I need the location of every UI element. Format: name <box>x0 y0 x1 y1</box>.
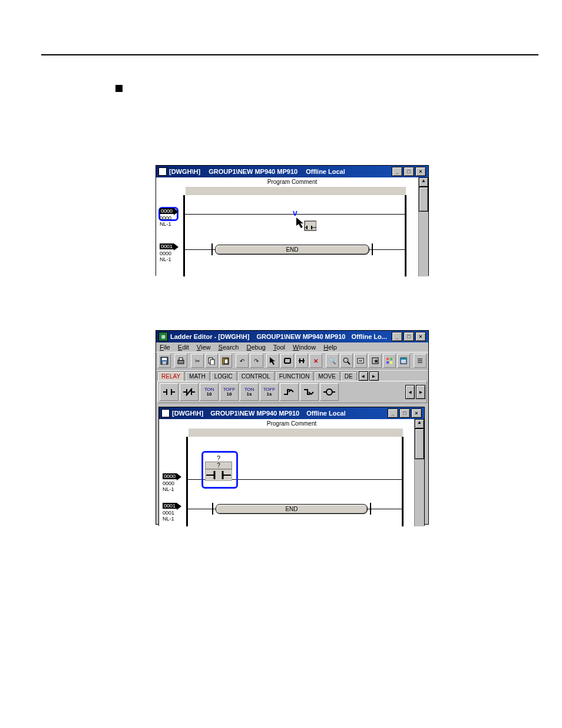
instruction-palette: RELAY MATH LOGIC CONTROL FUNCTION MOVE D… <box>156 370 428 404</box>
svg-rect-9 <box>178 360 184 364</box>
delete-button[interactable]: ✕ <box>309 354 322 368</box>
save-button[interactable] <box>158 354 171 368</box>
undo-button[interactable]: ↶ <box>236 354 249 368</box>
no-contact-button[interactable] <box>160 383 178 401</box>
maximize-button[interactable]: □ <box>404 167 414 176</box>
vertical-scrollbar[interactable]: ▲ <box>418 177 428 276</box>
close-button[interactable]: × <box>415 332 426 341</box>
scroll-up-button[interactable]: ▲ <box>415 419 424 429</box>
title-bar[interactable]: [DWGH\H] GROUP1\NEW MP940 MP910 Offline … <box>156 166 428 177</box>
tab-control[interactable]: CONTROL <box>237 371 275 381</box>
redo-button[interactable]: ↷ <box>250 354 263 368</box>
bookmark-button[interactable]: ★ <box>368 354 381 368</box>
end-instruction[interactable]: END <box>215 245 369 255</box>
scroll-thumb[interactable] <box>415 429 424 459</box>
menu-bar: File Edit View Search Debug Tool Window … <box>156 342 428 352</box>
vertical-scrollbar[interactable]: ▲ <box>414 419 424 526</box>
ton10-button[interactable]: TON10 <box>200 383 219 401</box>
close-button[interactable]: × <box>415 167 426 176</box>
menu-search[interactable]: Search <box>219 344 239 351</box>
menu-tool[interactable]: Tool <box>273 344 285 351</box>
svg-point-41 <box>326 389 332 395</box>
minimize-button[interactable]: _ <box>392 332 402 341</box>
menu-edit[interactable]: Edit <box>178 344 189 351</box>
comment-button[interactable] <box>354 354 367 368</box>
end-instruction[interactable]: END <box>216 504 368 514</box>
pointer-button[interactable] <box>266 354 279 368</box>
child-title-bar[interactable]: [DWGH\H] GROUP1\NEW MP940 MP910 Offline … <box>159 407 424 419</box>
menu-help[interactable]: Help <box>323 344 337 351</box>
window-button[interactable] <box>397 354 410 368</box>
svg-rect-28 <box>401 358 406 360</box>
title-path: GROUP1\NEW MP940 MP910 <box>209 168 297 175</box>
new-contact-instruction[interactable]: ? ? <box>205 454 232 481</box>
svg-rect-24 <box>390 358 392 360</box>
tab-logic[interactable]: LOGIC <box>210 371 237 381</box>
svg-rect-26 <box>390 361 392 364</box>
tab-relay[interactable]: RELAY <box>157 371 184 381</box>
title-path: GROUP1\NEW MP940 MP910 <box>256 333 345 340</box>
left-power-rail <box>183 195 185 276</box>
rising-edge-button[interactable] <box>280 383 299 401</box>
menu-window[interactable]: Window <box>293 344 316 351</box>
program-comment-bar[interactable] <box>186 187 406 195</box>
falling-edge-button[interactable] <box>300 383 319 401</box>
minimize-button[interactable]: _ <box>388 409 398 418</box>
menu-debug[interactable]: Debug <box>247 344 266 351</box>
ladder-canvas[interactable]: Program Comment 0000 0000 NL-1 ? ? <box>159 419 424 526</box>
rung-1-tag[interactable]: 0001 0000 NL-1 <box>160 243 178 262</box>
svg-rect-10 <box>179 358 183 360</box>
find-button[interactable]: 🔍 <box>326 354 339 368</box>
rung-0-tag[interactable]: 0000 0000 NL-1 <box>163 473 181 492</box>
tab-scroll-left[interactable]: ◂ <box>359 371 368 381</box>
toff10-button[interactable]: TOFF10 <box>220 383 239 401</box>
app-icon: ⊞ <box>158 332 168 341</box>
maximize-button[interactable]: □ <box>399 409 410 418</box>
right-power-rail <box>405 195 406 276</box>
app-title-bar[interactable]: ⊞ Ladder Editor - [DWGH\H] GROUP1\NEW MP… <box>156 331 428 342</box>
close-button[interactable]: × <box>411 409 422 418</box>
title-status: Offline Local <box>306 168 345 175</box>
palette-scroll-right[interactable]: ▸ <box>416 385 425 399</box>
ladder-canvas[interactable]: Program Comment 0000 0000 NL-1 v <box>156 177 428 276</box>
nc-contact-button[interactable] <box>180 383 199 401</box>
scroll-thumb[interactable] <box>419 187 428 212</box>
tab-move[interactable]: MOVE <box>314 371 339 381</box>
svg-rect-25 <box>386 361 389 364</box>
palette-tab-row: RELAY MATH LOGIC CONTROL FUNCTION MOVE D… <box>157 371 427 381</box>
palette-scroll-left[interactable]: ◂ <box>405 385 415 399</box>
toff1s-button[interactable]: TOFF1s <box>260 383 279 401</box>
paste-button[interactable] <box>219 354 232 368</box>
rung-0-tag[interactable]: 0000 0000 NL-1 <box>160 208 178 227</box>
rung-1-tag[interactable]: 0001 0001 NL-1 <box>163 503 181 522</box>
copy-button[interactable] <box>205 354 218 368</box>
maximize-button[interactable]: □ <box>404 332 414 341</box>
svg-rect-8 <box>163 361 166 364</box>
grid-button[interactable] <box>383 354 396 368</box>
tab-function[interactable]: FUNCTION <box>275 371 314 381</box>
zoom-button[interactable] <box>340 354 353 368</box>
left-power-rail <box>186 437 188 526</box>
ladder-editor-window: ⊞ Ladder Editor - [DWGH\H] GROUP1\NEW MP… <box>156 330 429 525</box>
svg-rect-14 <box>224 359 228 364</box>
coil-button[interactable] <box>320 383 339 401</box>
tab-de[interactable]: DE <box>340 371 357 381</box>
branch-button[interactable] <box>280 354 293 368</box>
contact-comment-unknown: ? <box>205 454 232 462</box>
tab-math[interactable]: MATH <box>185 371 210 381</box>
minimize-button[interactable]: _ <box>392 167 402 176</box>
rung-button[interactable] <box>295 354 308 368</box>
main-toolbar: ✂ ↶ ↷ ✕ 🔍 ★ <box>156 352 428 370</box>
svg-point-16 <box>343 358 348 363</box>
print-button[interactable] <box>174 354 187 368</box>
menu-view[interactable]: View <box>197 344 211 351</box>
contact-address-unknown[interactable]: ? <box>205 462 232 469</box>
scroll-up-button[interactable]: ▲ <box>419 177 428 187</box>
ton1s-button[interactable]: TON1s <box>240 383 259 401</box>
tab-scroll-right[interactable]: ▸ <box>369 371 379 381</box>
program-comment-bar[interactable] <box>189 429 403 437</box>
rung-arrow-icon <box>174 208 178 215</box>
cut-button[interactable]: ✂ <box>191 354 204 368</box>
menu-file[interactable]: File <box>160 344 170 351</box>
list-button[interactable] <box>414 354 427 368</box>
